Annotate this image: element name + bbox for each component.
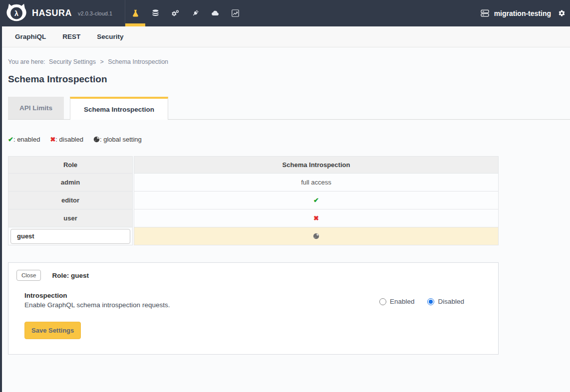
check-icon: ✔	[313, 196, 319, 204]
version-label: v2.0.3-cloud.1	[78, 10, 112, 16]
legend-disabled: ✖ : disabled	[50, 136, 83, 143]
section-description: Enable GraphQL schema introspection requ…	[24, 301, 379, 309]
role-cell-admin: admin	[8, 173, 133, 192]
save-settings-button[interactable]: Save Settings	[24, 322, 81, 339]
role-cell-editor: editor	[8, 191, 133, 209]
flask-icon	[131, 9, 140, 17]
introspection-cell-user[interactable]: ✖	[134, 209, 499, 227]
legend-global: : global setting	[93, 136, 142, 143]
radio-option-enabled[interactable]: Enabled	[379, 298, 415, 305]
page-title: Schema Introspection	[8, 74, 570, 85]
breadcrumb-separator: >	[100, 58, 103, 65]
cloud-icon	[211, 9, 220, 17]
navbar-right: migration-testing	[480, 0, 570, 26]
svg-text:λ: λ	[14, 9, 18, 17]
disabled-radio-label: Disabled	[438, 298, 464, 305]
left-edge-bar	[0, 26, 2, 392]
breadcrumb-current: Schema Introspection	[108, 58, 168, 65]
section-title: Introspection	[24, 292, 379, 299]
cross-icon: ✖	[313, 214, 319, 222]
nav-events-tab[interactable]	[205, 0, 225, 26]
gear-icon	[558, 9, 566, 17]
nav-api-tab[interactable]	[125, 0, 145, 26]
server-icon	[480, 8, 490, 18]
role-editor-panel: Close Role: guest Introspection Enable G…	[8, 262, 499, 355]
section-text: Introspection Enable GraphQL schema intr…	[24, 292, 379, 309]
tab-schema-introspection[interactable]: Schema Introspection	[70, 97, 168, 120]
secondary-nav: GraphiQL REST Security	[0, 26, 570, 47]
breadcrumb-prefix: You are here:	[8, 58, 45, 65]
radio-option-disabled[interactable]: Disabled	[427, 298, 464, 305]
role-cell-guest	[8, 227, 133, 245]
chart-line-icon	[231, 9, 240, 17]
cross-icon: ✖	[50, 136, 55, 143]
enabled-radio-label: Enabled	[390, 298, 415, 305]
globe-icon	[313, 233, 319, 239]
hasura-logo[interactable]: λ HASURA v2.0.3-cloud.1	[0, 0, 125, 26]
breadcrumb-security-settings[interactable]: Security Settings	[49, 58, 96, 65]
tab-bar: API Limits Schema Introspection	[8, 97, 570, 120]
legend-disabled-label: : disabled	[55, 136, 83, 143]
primary-nav	[125, 0, 245, 26]
brand-name: HASURA	[32, 8, 72, 18]
legend-global-label: : global setting	[100, 136, 142, 143]
legend-enabled-label: : enabled	[13, 136, 40, 143]
status-legend: ✔ : enabled ✖ : disabled : global settin…	[8, 136, 570, 143]
subnav-rest[interactable]: REST	[62, 33, 80, 40]
top-navbar: λ HASURA v2.0.3-cloud.1	[0, 0, 570, 26]
tab-api-limits[interactable]: API Limits	[8, 97, 64, 119]
cogs-icon	[171, 9, 180, 17]
introspection-radio-group: Enabled Disabled	[379, 298, 490, 305]
legend-enabled: ✔ : enabled	[8, 136, 40, 143]
plug-icon	[191, 9, 200, 17]
database-icon	[151, 9, 160, 17]
nav-remote-schemas-tab[interactable]	[185, 0, 205, 26]
role-cell-user: user	[8, 209, 133, 227]
project-name: migration-testing	[494, 9, 551, 17]
panel-header: Close Role: guest	[16, 270, 490, 281]
close-button[interactable]: Close	[16, 270, 41, 281]
settings-gear-button[interactable]	[558, 9, 566, 17]
subnav-security[interactable]: Security	[97, 33, 123, 40]
roles-table: Role admin editor user Schema Introspect…	[8, 156, 499, 245]
introspection-cell-editor[interactable]: ✔	[134, 191, 499, 209]
enabled-radio[interactable]	[379, 298, 386, 305]
check-icon: ✔	[8, 136, 13, 143]
subnav-graphiql[interactable]: GraphiQL	[15, 33, 46, 40]
globe-icon	[93, 136, 100, 143]
role-column-header: Role	[8, 156, 133, 174]
introspection-column: Schema Introspection full access ✔ ✖	[134, 156, 499, 245]
main-content: You are here: Security Settings > Schema…	[0, 47, 570, 355]
editing-role-label: Role: guest	[52, 272, 89, 279]
introspection-cell-guest[interactable]	[134, 227, 499, 245]
introspection-section: Introspection Enable GraphQL schema intr…	[16, 292, 490, 309]
new-role-input[interactable]	[10, 229, 130, 244]
nav-monitoring-tab[interactable]	[225, 0, 245, 26]
project-selector[interactable]: migration-testing	[480, 8, 551, 18]
introspection-cell-admin[interactable]: full access	[134, 173, 499, 192]
breadcrumb: You are here: Security Settings > Schema…	[8, 58, 570, 65]
introspection-column-header: Schema Introspection	[134, 156, 499, 174]
nav-data-tab[interactable]	[145, 0, 165, 26]
nav-actions-tab[interactable]	[165, 0, 185, 26]
role-column: Role admin editor user	[8, 156, 133, 245]
disabled-radio[interactable]	[427, 298, 434, 305]
hasura-logo-icon: λ	[6, 3, 27, 24]
